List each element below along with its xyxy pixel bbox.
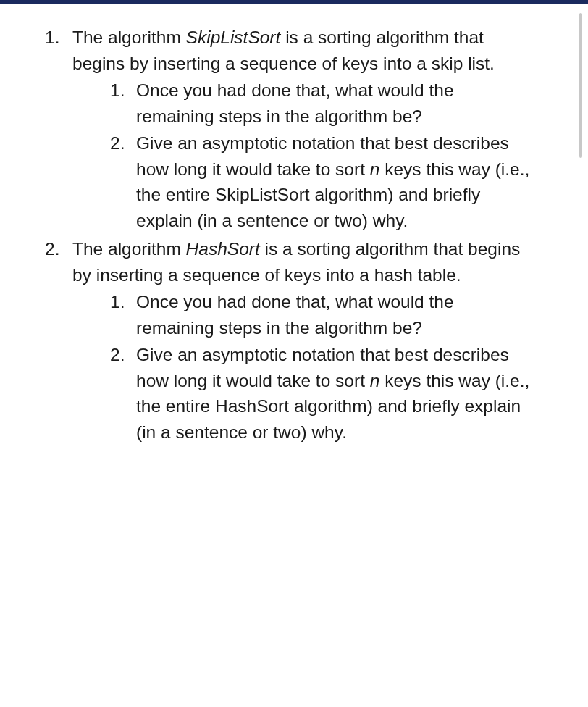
scrollbar-thumb[interactable] bbox=[579, 13, 582, 158]
variable-n: n bbox=[370, 159, 380, 179]
inner-list: Once you had done that, what would the r… bbox=[72, 78, 534, 233]
text-segment: Once you had done that, what would the r… bbox=[136, 80, 454, 126]
content-wrapper: The algorithm SkipListSort is a sorting … bbox=[0, 4, 588, 707]
list-item: Give an asymptotic notation that best de… bbox=[107, 130, 534, 233]
list-item: The algorithm SkipListSort is a sorting … bbox=[41, 25, 534, 233]
list-item: Once you had done that, what would the r… bbox=[107, 78, 534, 129]
main-content: The algorithm SkipListSort is a sorting … bbox=[0, 4, 575, 707]
text-segment: The algorithm bbox=[72, 239, 186, 259]
list-item: Once you had done that, what would the r… bbox=[107, 289, 534, 340]
item-intro: The algorithm SkipListSort is a sorting … bbox=[72, 28, 495, 73]
variable-n: n bbox=[370, 371, 380, 390]
algorithm-name: SkipListSort bbox=[186, 28, 281, 47]
outer-list: The algorithm SkipListSort is a sorting … bbox=[41, 25, 534, 445]
inner-list: Once you had done that, what would the r… bbox=[72, 289, 534, 445]
item-intro: The algorithm HashSort is a sorting algo… bbox=[72, 239, 520, 285]
algorithm-name: HashSort bbox=[186, 239, 260, 259]
text-segment: The algorithm bbox=[72, 28, 186, 47]
text-segment: Once you had done that, what would the r… bbox=[136, 292, 454, 338]
list-item: The algorithm HashSort is a sorting algo… bbox=[41, 236, 534, 445]
scrollbar[interactable] bbox=[575, 4, 588, 707]
list-item: Give an asymptotic notation that best de… bbox=[107, 342, 534, 445]
